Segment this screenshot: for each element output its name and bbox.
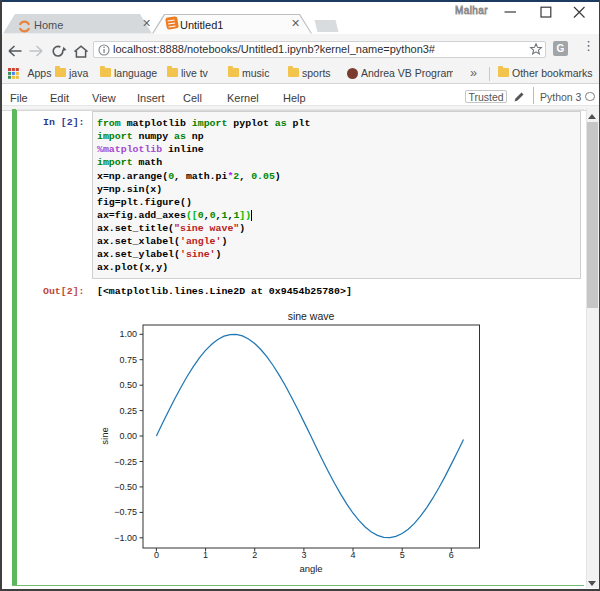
svg-text:1.00: 1.00 xyxy=(119,329,137,339)
svg-text:3: 3 xyxy=(301,550,306,560)
svg-text:5: 5 xyxy=(400,550,405,560)
svg-text:1: 1 xyxy=(203,550,208,560)
svg-text:0.00: 0.00 xyxy=(119,431,137,441)
svg-text:−0.50: −0.50 xyxy=(114,482,137,492)
svg-text:−0.75: −0.75 xyxy=(114,507,137,517)
svg-text:angle: angle xyxy=(299,563,322,574)
svg-text:4: 4 xyxy=(350,550,355,560)
svg-text:2: 2 xyxy=(252,550,257,560)
svg-text:0: 0 xyxy=(154,550,159,560)
svg-text:0.25: 0.25 xyxy=(119,406,137,416)
svg-text:−1.00: −1.00 xyxy=(114,533,137,543)
svg-text:6: 6 xyxy=(449,550,454,560)
svg-text:sine wave: sine wave xyxy=(288,310,335,322)
svg-text:−0.25: −0.25 xyxy=(114,457,137,467)
svg-text:0.50: 0.50 xyxy=(119,380,137,390)
svg-text:0.75: 0.75 xyxy=(119,355,137,365)
svg-text:sine: sine xyxy=(99,427,110,444)
